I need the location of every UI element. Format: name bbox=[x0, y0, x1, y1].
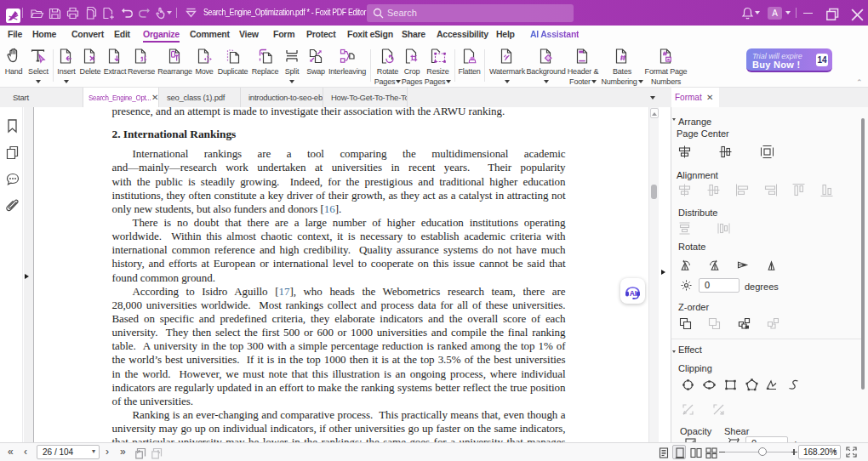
svg-text:AI: AI bbox=[630, 289, 637, 298]
